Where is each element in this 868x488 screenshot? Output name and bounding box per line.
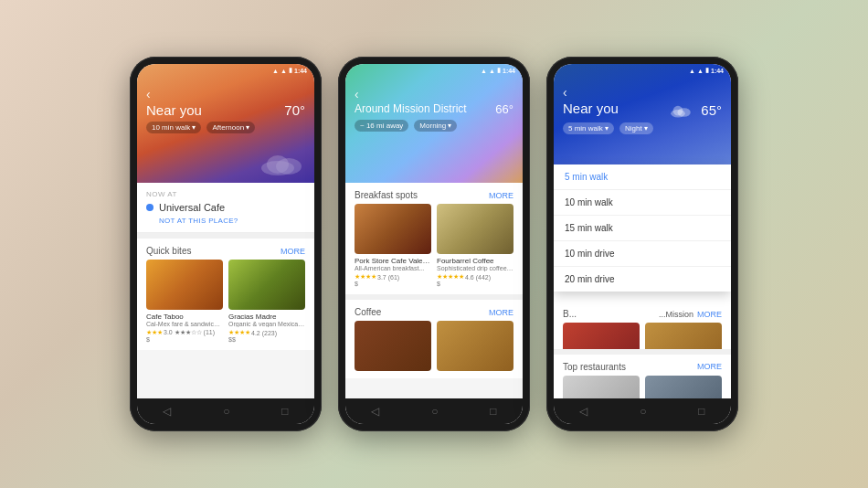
- place-image-fourbarrel: [437, 204, 513, 254]
- breakfast-grid: Pork Store Cafe Valencia All-American br…: [345, 204, 523, 294]
- battery-icon: ▮: [497, 67, 501, 74]
- bars-more-button[interactable]: MORE: [697, 310, 722, 319]
- phone3-shell: ▲ ▲ ▮ 1:44 ‹ Near you: [546, 57, 738, 431]
- dropdown-item-10min[interactable]: 10 min walk: [554, 190, 731, 216]
- phone2-status-bar: ▲ ▲ ▮ 1:44: [345, 64, 523, 74]
- place-card-fourbarrel[interactable]: Fourbarrel Coffee Sophisticated drip cof…: [437, 204, 513, 287]
- restaurants-header: Top restaurants MORE: [554, 355, 731, 376]
- place-desc-fourbarrel: Sophisticated drip coffee drinks & more: [437, 265, 513, 271]
- distance-chip-2: ~ 16 mi away: [355, 120, 408, 132]
- home-nav-button-2[interactable]: ○: [431, 405, 438, 418]
- place-card-gracias[interactable]: Gracias Madre Organic & vegan Mexican ca…: [228, 260, 305, 343]
- back-nav-button[interactable]: ◁: [163, 405, 171, 418]
- place-name-pork: Pork Store Cafe Valencia: [355, 257, 431, 265]
- distance-dropdown: 5 min walk 10 min walk 15 min walk 10 mi…: [554, 164, 731, 292]
- quick-bites-label: Quick bites: [146, 246, 191, 256]
- phone1-header: ▲ ▲ ▮ 1:44 ‹ Near you: [137, 64, 314, 183]
- now-at-section: Now at Universal Cafe NOT AT THIS PLACE?: [137, 183, 314, 233]
- location-title-2: Around Mission District: [355, 102, 467, 115]
- bars-label: B...: [563, 309, 577, 319]
- restaurants-grid: [554, 376, 731, 398]
- back-button-2[interactable]: ‹: [355, 87, 359, 101]
- current-place-name: Universal Cafe: [159, 202, 225, 213]
- time-of-day-chip-3[interactable]: Night ▾: [619, 122, 653, 134]
- bars-header: B... ...Mission MORE: [554, 302, 731, 323]
- rating-taboo: 3.0 ★★★☆☆ (11): [164, 329, 215, 336]
- phone3-body: B... ...Mission MORE 3.5 ★★★ (40) $$$: [554, 302, 731, 398]
- navigation-bar-2: ◁ ○ □: [345, 398, 523, 424]
- breakfast-more-button[interactable]: MORE: [489, 191, 513, 200]
- dropdown-item-5min[interactable]: 5 min walk: [554, 164, 731, 190]
- place-card-bar1[interactable]: 3.5 ★★★ (40) $$$: [563, 323, 640, 342]
- restaurants-more-button[interactable]: MORE: [697, 362, 722, 371]
- bars-grid: 3.5 ★★★ (40) $$$ 4.0 ★★★★ (42) $$: [554, 323, 731, 349]
- wifi-icon: ▲: [489, 68, 495, 74]
- time-label: 1:44: [711, 68, 724, 74]
- place-card-coffee1[interactable]: [355, 321, 431, 371]
- price-gracias: $$: [228, 336, 305, 343]
- quick-bites-grid: Cafe Taboo Cal-Mex fare & sandwich opera…: [137, 260, 314, 350]
- time-of-day-chip[interactable]: Afternoon ▾: [206, 122, 255, 133]
- phone2: ▲ ▲ ▮ 1:44 ‹ Around Mission District 66°…: [338, 57, 530, 431]
- dropdown-item-10drive[interactable]: 10 min drive: [554, 241, 731, 267]
- status-icons-2: ▲ ▲ ▮ 1:44: [481, 67, 515, 74]
- signal-icon: ▲: [272, 68, 279, 74]
- back-button[interactable]: ‹: [146, 87, 151, 101]
- temperature-label: 70°: [284, 102, 305, 118]
- location-dot-icon: [146, 204, 153, 211]
- svg-point-2: [276, 158, 302, 175]
- phone1: ▲ ▲ ▮ 1:44 ‹ Near you: [130, 57, 322, 431]
- battery-icon: ▮: [289, 67, 292, 74]
- navigation-bar: ◁ ○ □: [137, 398, 314, 424]
- place-image-bar2: [645, 323, 722, 349]
- recents-nav-button-3[interactable]: □: [698, 405, 704, 418]
- coffee-label: Coffee: [355, 307, 381, 317]
- place-card-restaurant1[interactable]: [563, 376, 640, 391]
- back-nav-button-2[interactable]: ◁: [371, 405, 379, 418]
- place-image-taboo: [146, 260, 223, 310]
- place-card-coffee2[interactable]: [437, 321, 513, 371]
- coffee-more-button[interactable]: MORE: [489, 308, 513, 317]
- place-image-restaurant1: [563, 376, 640, 398]
- dropdown-item-15min[interactable]: 15 min walk: [554, 216, 731, 241]
- recents-nav-button-2[interactable]: □: [490, 405, 496, 418]
- quick-bites-more-button[interactable]: MORE: [281, 247, 305, 256]
- now-at-label: Now at: [146, 190, 305, 198]
- home-nav-button-3[interactable]: ○: [640, 405, 646, 418]
- back-nav-button-3[interactable]: ◁: [579, 405, 587, 418]
- signal-icon: ▲: [481, 68, 487, 74]
- place-image-gracias: [228, 260, 305, 310]
- place-card-bar2[interactable]: 4.0 ★★★★ (42) $$: [645, 323, 722, 342]
- place-card-restaurant2[interactable]: [645, 376, 722, 391]
- stars-gracias: ★★★★ 4.2 (223): [228, 329, 305, 336]
- stars-fourbarrel: ★★★★★ 4.6 (442): [437, 273, 513, 281]
- wifi-icon: ▲: [697, 68, 704, 74]
- phone3-status-bar: ▲ ▲ ▮ 1:44: [554, 64, 731, 74]
- weather-icon-3: [670, 101, 697, 119]
- place-name-fourbarrel: Fourbarrel Coffee: [437, 257, 513, 265]
- place-desc-taboo: Cal-Mex fare & sandwich operation: [146, 321, 223, 327]
- phone3-header: ▲ ▲ ▮ 1:44 ‹ Near you: [554, 64, 731, 164]
- place-name-gracias: Gracias Madre: [228, 313, 305, 321]
- back-button-3[interactable]: ‹: [563, 85, 567, 100]
- time-label: 1:44: [294, 68, 307, 74]
- home-nav-button[interactable]: ○: [223, 405, 229, 418]
- place-card-pork[interactable]: Pork Store Cafe Valencia All-American br…: [355, 204, 431, 287]
- time-label: 1:44: [503, 68, 515, 74]
- svg-point-5: [678, 108, 691, 117]
- dropdown-item-20drive[interactable]: 20 min drive: [554, 267, 731, 292]
- breakfast-label: Breakfast spots: [355, 190, 418, 200]
- distance-chip-3[interactable]: 5 min walk ▾: [563, 122, 614, 134]
- phone3: ▲ ▲ ▮ 1:44 ‹ Near you: [546, 57, 738, 431]
- place-card-taboo[interactable]: Cafe Taboo Cal-Mex fare & sandwich opera…: [146, 260, 223, 343]
- place-image-coffee2: [437, 321, 513, 371]
- time-of-day-chip-2[interactable]: Morning ▾: [414, 120, 457, 132]
- coffee-grid: [345, 321, 523, 378]
- recents-nav-button[interactable]: □: [281, 405, 288, 418]
- place-desc-pork: All-American breakfast...: [355, 265, 431, 271]
- price-fourbarrel: $: [437, 281, 513, 287]
- restaurants-label: Top restaurants: [563, 362, 626, 372]
- not-at-place-button[interactable]: NOT AT THIS PLACE?: [159, 217, 305, 225]
- place-desc-gracias: Organic & vegan Mexican cantina: [228, 321, 305, 327]
- distance-chip[interactable]: 10 min walk ▾: [146, 122, 201, 133]
